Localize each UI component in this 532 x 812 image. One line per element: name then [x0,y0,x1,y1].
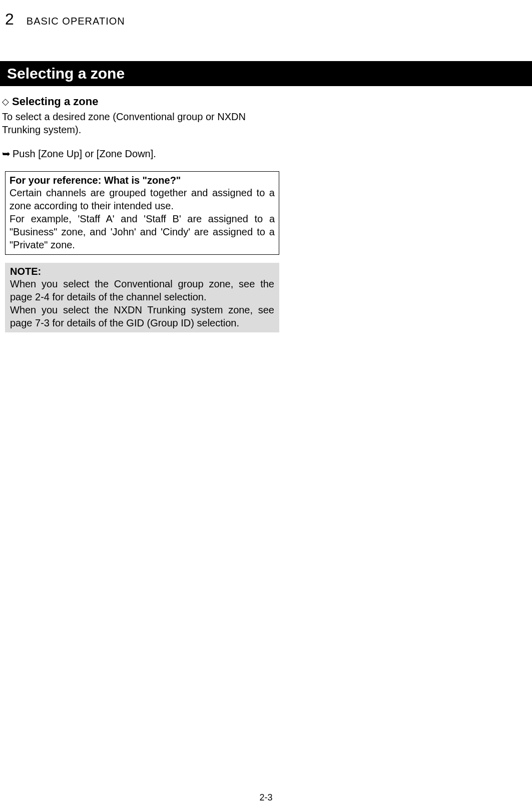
note-body-1: When you select the Conventional group z… [10,277,274,303]
reference-body-1: Certain channels are grouped together an… [10,186,275,212]
reference-title: For your reference: What is "zone?" [10,175,275,186]
content-area: ◇ Selecting a zone To select a desired z… [0,86,280,332]
section-banner: Selecting a zone [0,61,532,86]
intro-text: To select a desired zone (Conventional g… [2,110,280,136]
page-header: 2 BASIC OPERATION [0,0,532,29]
reference-body-2: For example, 'Staff A' and 'Staff B' are… [10,212,275,251]
page-number: 2-3 [259,792,272,803]
note-box: NOTE: When you select the Conventional g… [5,263,279,332]
subsection-heading: ◇ Selecting a zone [2,95,280,108]
chapter-title: BASIC OPERATION [27,16,125,27]
note-title: NOTE: [10,266,274,277]
reference-box: For your reference: What is "zone?" Cert… [5,171,279,255]
subsection-title: Selecting a zone [12,95,98,108]
instruction-line: ➥ Push [Zone Up] or [Zone Down]. [2,147,280,160]
instruction-text: Push [Zone Up] or [Zone Down]. [13,147,156,160]
chapter-number: 2 [5,10,14,29]
diamond-icon: ◇ [2,96,9,107]
arrow-icon: ➥ [2,147,11,160]
note-body-2: When you select the NXDN Trunking system… [10,303,274,329]
